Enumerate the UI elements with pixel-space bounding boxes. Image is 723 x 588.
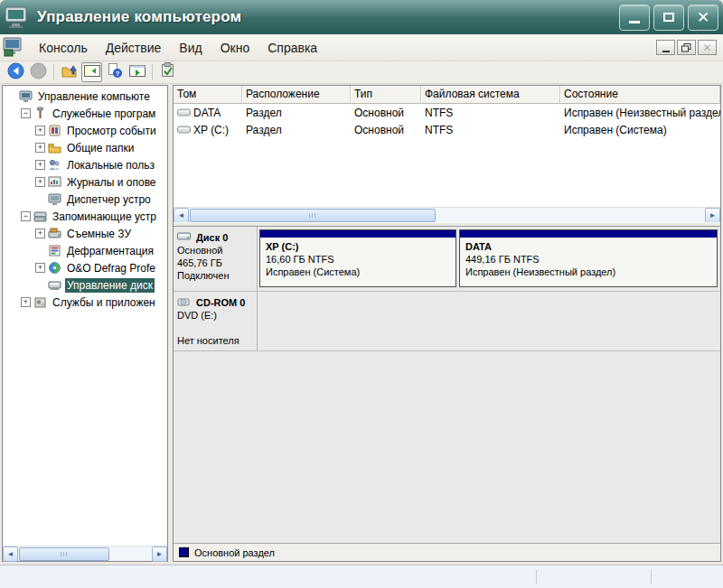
tree-scroll-thumb[interactable] bbox=[19, 547, 109, 561]
volume-list-header: ТомРасположениеТипФайловая системаСостоя… bbox=[174, 86, 720, 104]
show-hide-tree-icon bbox=[84, 63, 100, 82]
tree-item-defrag[interactable]: Дефрагментация bbox=[3, 242, 167, 259]
disk0-kind: Основной bbox=[177, 244, 254, 257]
scroll-left-icon[interactable]: ◄ bbox=[3, 546, 18, 562]
expand-icon[interactable]: + bbox=[21, 297, 31, 307]
tree-item-label: Диспетчер устро bbox=[65, 192, 153, 207]
back-icon bbox=[7, 62, 24, 83]
collapse-icon[interactable]: − bbox=[21, 211, 31, 221]
partition-1[interactable]: DATA449,16 ГБ NTFSИсправен (Неизвестный … bbox=[459, 229, 718, 287]
partition-0[interactable]: XP (C:)16,60 ГБ NTFSИсправен (Система) bbox=[259, 229, 456, 287]
tree-item-computer[interactable]: Управление компьюте bbox=[3, 88, 167, 105]
column-header-3[interactable]: Файловая система bbox=[421, 86, 560, 104]
minimize-button[interactable] bbox=[619, 5, 650, 31]
child-restore-button[interactable] bbox=[677, 40, 696, 55]
list-scroll-thumb[interactable] bbox=[190, 209, 436, 222]
close-icon: ✕ bbox=[697, 10, 709, 25]
disk0-descriptor[interactable]: Диск 0 Основной 465,76 ГБ Подключен bbox=[174, 227, 258, 291]
new-window-icon bbox=[129, 63, 146, 82]
column-header-2[interactable]: Тип bbox=[351, 86, 421, 104]
up-level-button[interactable] bbox=[59, 62, 80, 82]
expand-icon[interactable]: + bbox=[35, 177, 45, 187]
removable-storage-icon bbox=[48, 227, 62, 240]
child-minimize-icon bbox=[662, 51, 670, 52]
disk0-row: Диск 0 Основной 465,76 ГБ Подключен XP (… bbox=[174, 227, 720, 292]
child-close-icon: ✕ bbox=[702, 42, 711, 54]
expand-icon[interactable]: + bbox=[35, 126, 45, 135]
list-horizontal-scrollbar[interactable]: ◄ ► bbox=[174, 207, 720, 222]
show-hide-tree-button[interactable] bbox=[81, 62, 102, 82]
volume-list-rows: DATA Раздел Основной NTFS Исправен (Неиз… bbox=[174, 104, 720, 138]
column-header-0[interactable]: Том bbox=[174, 86, 242, 104]
scroll-right-icon[interactable]: ► bbox=[152, 546, 167, 562]
properties-button[interactable] bbox=[157, 62, 178, 82]
cd-rom-icon bbox=[177, 295, 192, 309]
forward-icon bbox=[30, 62, 47, 83]
tree-item-removable-storage[interactable]: + Съемные ЗУ bbox=[3, 225, 167, 242]
event-viewer-icon bbox=[48, 124, 62, 137]
expand-icon[interactable]: + bbox=[35, 229, 45, 238]
partition-type-bar bbox=[260, 230, 455, 238]
back-button[interactable] bbox=[5, 62, 26, 82]
computer-icon bbox=[5, 5, 32, 30]
menu-view[interactable]: Вид bbox=[170, 37, 211, 59]
main-content: Управление компьюте − Служебные програм … bbox=[0, 84, 723, 565]
disk0-size: 465,76 ГБ bbox=[177, 257, 254, 269]
menu-window[interactable]: Окно bbox=[211, 37, 259, 59]
window-title: Управление компьютером bbox=[37, 8, 615, 26]
volume-row[interactable]: DATA Раздел Основной NTFS Исправен (Неиз… bbox=[174, 104, 720, 121]
tree-item-shared-folders[interactable]: + Общие папки bbox=[3, 139, 167, 156]
column-header-1[interactable]: Расположение bbox=[242, 86, 351, 104]
expand-icon[interactable]: + bbox=[35, 263, 45, 273]
collapse-icon[interactable]: − bbox=[21, 108, 31, 118]
close-button[interactable]: ✕ bbox=[688, 5, 718, 31]
scroll-right-icon[interactable]: ► bbox=[705, 208, 720, 223]
child-minimize-button[interactable] bbox=[656, 40, 675, 55]
new-window-button[interactable] bbox=[127, 62, 147, 82]
menu-console[interactable]: Консоль bbox=[30, 37, 97, 59]
oo-defrag-icon bbox=[48, 261, 62, 275]
volume-list: ТомРасположениеТипФайловая системаСостоя… bbox=[174, 86, 720, 207]
title-bar[interactable]: Управление компьютером ✕ bbox=[0, 0, 723, 34]
maximize-button[interactable] bbox=[653, 5, 684, 31]
partition-type-bar bbox=[460, 230, 717, 238]
tree-item-label: Просмотр событи bbox=[65, 124, 158, 138]
volume-row[interactable]: XP (C:) Раздел Основной NTFS Исправен (С… bbox=[174, 121, 720, 138]
child-close-button[interactable]: ✕ bbox=[698, 40, 717, 55]
console-icon bbox=[3, 37, 26, 59]
tree-item-services[interactable]: + Службы и приложен bbox=[3, 294, 167, 311]
tree-item-label: Служебные програм bbox=[51, 107, 157, 121]
toolbar-separator bbox=[53, 64, 54, 80]
tree-horizontal-scrollbar[interactable]: ◄ ► bbox=[3, 546, 167, 561]
tree-item-label: Запоминающие устр bbox=[51, 210, 158, 224]
tree-item-label: Службы и приложен bbox=[51, 295, 157, 310]
expand-icon[interactable]: + bbox=[35, 160, 45, 170]
tree-item-event-viewer[interactable]: + Просмотр событи bbox=[3, 122, 167, 139]
help-button[interactable]: ? bbox=[104, 62, 125, 82]
cdrom0-descriptor[interactable]: CD-ROM 0 DVD (E:) Нет носителя bbox=[174, 292, 258, 350]
hard-disk-icon bbox=[177, 230, 192, 244]
tree-item-label: O&O Defrag Profe bbox=[65, 261, 157, 275]
menu-help[interactable]: Справка bbox=[258, 37, 326, 59]
cdrom0-row: CD-ROM 0 DVD (E:) Нет носителя bbox=[174, 292, 720, 351]
tree-item-performance[interactable]: + Журналы и опове bbox=[3, 173, 167, 191]
tree-item-local-users[interactable]: + Локальные польз bbox=[3, 156, 167, 173]
tree-item-label: Дефрагментация bbox=[65, 244, 155, 258]
column-header-4[interactable]: Состояние bbox=[560, 86, 720, 104]
disk-graphical-view: Диск 0 Основной 465,76 ГБ Подключен XP (… bbox=[174, 227, 720, 561]
expand-icon[interactable]: + bbox=[35, 143, 45, 153]
tree-item-oo-defrag[interactable]: + O&O Defrag Profe bbox=[3, 259, 167, 276]
forward-button[interactable] bbox=[28, 62, 49, 82]
shared-folders-icon bbox=[48, 141, 62, 154]
tree-item-device-manager[interactable]: Диспетчер устро bbox=[3, 191, 167, 208]
toolbar: ? bbox=[0, 61, 723, 84]
scroll-left-icon[interactable]: ◄ bbox=[174, 208, 189, 223]
tree-item-storage[interactable]: − Запоминающие устр bbox=[3, 208, 167, 225]
menu-action[interactable]: Действие bbox=[97, 37, 171, 59]
cdrom0-media-area bbox=[258, 292, 720, 350]
tree-item-tools[interactable]: − Служебные програм bbox=[3, 105, 167, 122]
tree-item-disk-management[interactable]: Управление диск bbox=[3, 276, 167, 294]
cdrom0-status: Нет носителя bbox=[177, 334, 254, 347]
minimize-icon bbox=[629, 21, 640, 23]
cdrom0-name: CD-ROM 0 bbox=[196, 296, 245, 309]
